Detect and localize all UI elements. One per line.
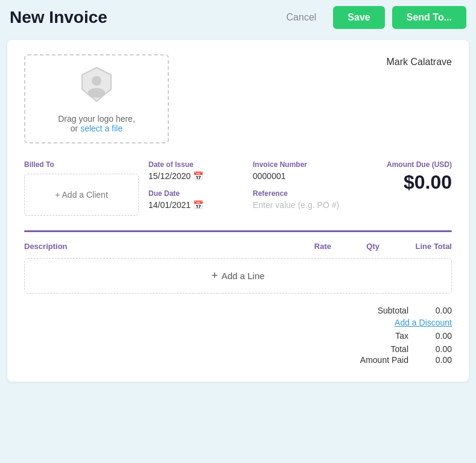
select-file-link[interactable]: select a file <box>80 124 122 133</box>
subtotal-value: 0.00 <box>416 306 452 315</box>
save-button[interactable]: Save <box>333 6 384 29</box>
add-client-button[interactable]: + Add a Client <box>24 174 139 216</box>
client-name: Mark Calatrave <box>387 54 452 68</box>
header: New Invoice Cancel Save Send To... <box>0 0 476 35</box>
section-divider <box>24 230 452 232</box>
svg-point-2 <box>88 88 105 98</box>
send-to-button[interactable]: Send To... <box>392 6 466 29</box>
date-of-issue-value[interactable]: 15/12/2020 📅 <box>148 171 243 181</box>
reference-label: Reference <box>253 189 347 198</box>
subtotal-label: Subtotal <box>312 306 408 315</box>
col-line-total: Line Total <box>379 242 452 251</box>
total-value: 0.00 <box>416 344 452 354</box>
due-date-value[interactable]: 14/01/2021 📅 <box>148 200 243 210</box>
billed-to-field: Billed To + Add a Client <box>24 160 139 216</box>
add-client-label: + Add a Client <box>55 190 108 200</box>
dates-column: Date of Issue 15/12/2020 📅 Due Date 14/0… <box>148 160 243 216</box>
add-line-label: Add a Line <box>221 271 265 281</box>
table-header: Description Rate Qty Line Total <box>24 239 452 253</box>
amount-due-field: Amount Due (USD) $0.00 <box>357 160 452 216</box>
discount-row: Add a Discount <box>247 318 452 327</box>
page-title: New Invoice <box>10 8 270 27</box>
logo-drop-text: Drag your logo here, or select a file <box>58 114 135 133</box>
logo-drop-area[interactable]: Drag your logo here, or select a file <box>24 54 169 143</box>
amount-paid-label: Amount Paid <box>312 355 408 365</box>
tax-row: Tax 0.00 <box>247 331 452 341</box>
invoice-card: Drag your logo here, or select a file Ma… <box>7 40 469 382</box>
invoice-number-label: Invoice Number <box>253 160 347 169</box>
total-row: Total 0.00 <box>247 344 452 354</box>
due-calendar-icon: 📅 <box>193 200 203 210</box>
tax-value: 0.00 <box>416 331 452 341</box>
calendar-icon: 📅 <box>193 171 203 181</box>
billed-to-label: Billed To <box>24 160 139 169</box>
amount-due-value: $0.00 <box>357 171 452 194</box>
fields-row: Billed To + Add a Client Date of Issue 1… <box>24 160 452 216</box>
col-qty: Qty <box>331 242 379 251</box>
col-description: Description <box>24 242 259 251</box>
invoice-number-field: Invoice Number 0000001 <box>253 160 347 181</box>
top-row: Drag your logo here, or select a file Ma… <box>24 54 452 143</box>
tax-label: Tax <box>312 331 408 341</box>
reference-field: Reference Enter value (e.g. PO #) <box>253 189 347 210</box>
logo-icon <box>77 65 116 109</box>
cancel-button[interactable]: Cancel <box>277 7 326 28</box>
number-reference-column: Invoice Number 0000001 Reference Enter v… <box>253 160 347 216</box>
plus-icon: + <box>211 269 218 282</box>
add-line-button[interactable]: + Add a Line <box>24 258 452 294</box>
totals-section: Subtotal 0.00 Add a Discount Tax 0.00 To… <box>24 306 452 365</box>
total-label: Total <box>312 344 408 354</box>
due-date-label: Due Date <box>148 189 243 198</box>
subtotal-row: Subtotal 0.00 <box>247 306 452 315</box>
date-of-issue-label: Date of Issue <box>148 160 243 169</box>
due-date-field: Due Date 14/01/2021 📅 <box>148 189 243 210</box>
svg-point-1 <box>92 76 101 86</box>
amount-paid-row: Amount Paid 0.00 <box>247 355 452 365</box>
date-of-issue-field: Date of Issue 15/12/2020 📅 <box>148 160 243 181</box>
amount-paid-value: 0.00 <box>416 355 452 365</box>
add-discount-link[interactable]: Add a Discount <box>247 318 452 327</box>
invoice-number-value[interactable]: 0000001 <box>253 171 347 181</box>
col-rate: Rate <box>259 242 331 251</box>
reference-input[interactable]: Enter value (e.g. PO #) <box>253 200 347 210</box>
amount-due-label: Amount Due (USD) <box>357 160 452 169</box>
